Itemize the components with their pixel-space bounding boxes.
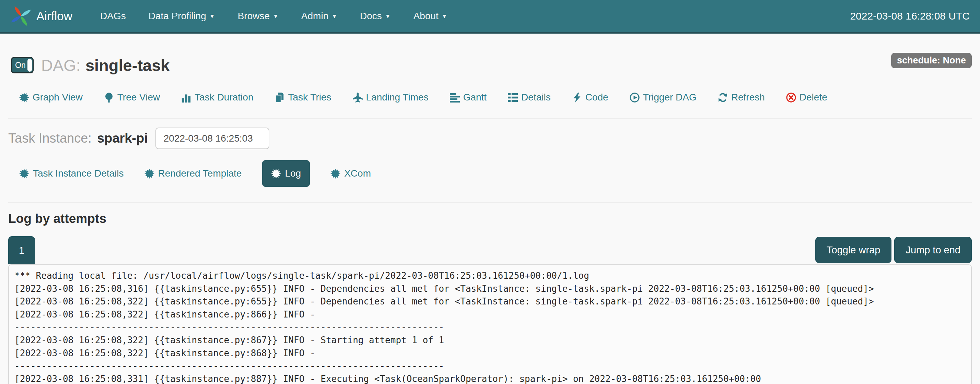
dag-title-prefix: DAG: <box>41 56 81 75</box>
task-instance-row: Task Instance: spark-pi <box>8 127 972 149</box>
tab-label: Task Instance Details <box>33 168 124 179</box>
log-line: [2022-03-08 16:25:08,316] {{taskinstance… <box>14 282 971 295</box>
nav-item-admin[interactable]: Admin ▼ <box>290 11 348 22</box>
dag-view-label: Task Duration <box>194 92 253 103</box>
dag-view-refresh[interactable]: Refresh <box>718 92 765 103</box>
top-navbar: Airflow DAGs Data Profiling ▼ Browse ▼ A… <box>0 0 980 33</box>
sunburst-icon <box>331 169 340 179</box>
dag-view-delete[interactable]: Delete <box>786 92 827 103</box>
nav-item-about[interactable]: About ▼ <box>402 11 459 22</box>
sunburst-icon <box>19 169 29 179</box>
nav-item-browse[interactable]: Browse ▼ <box>226 11 290 22</box>
caret-down-icon: ▼ <box>442 13 447 20</box>
dag-view-graph-view[interactable]: Graph View <box>19 92 83 103</box>
caret-down-icon: ▼ <box>331 13 337 20</box>
log-line: [2022-03-08 16:25:08,322] {{taskinstance… <box>14 334 971 347</box>
bolt-icon <box>572 92 582 103</box>
log-line: [2022-03-08 16:25:08,331] {{taskinstance… <box>14 373 971 384</box>
tab-label: Log <box>285 168 301 179</box>
sunburst-icon <box>271 169 281 179</box>
dag-view-code[interactable]: Code <box>572 92 608 103</box>
dag-view-label: Details <box>521 92 551 103</box>
tab-label: Rendered Template <box>158 168 242 179</box>
tab-rendered-template[interactable]: Rendered Template <box>145 168 242 179</box>
tab-xcom[interactable]: XCom <box>331 168 371 179</box>
task-instance-tabs: Task Instance Details Rendered Template … <box>19 160 972 187</box>
caret-down-icon: ▼ <box>273 13 278 20</box>
toggle-on-label: On <box>12 61 26 70</box>
sunburst-icon <box>19 92 29 103</box>
attempt-1-tab[interactable]: 1 <box>8 236 35 264</box>
remove-circle-icon <box>786 92 796 103</box>
log-line: ----------------------------------------… <box>14 321 971 334</box>
dag-view-label: Delete <box>800 92 827 103</box>
tab-log[interactable]: Log <box>262 160 310 187</box>
nav-item-label: DAGs <box>100 11 126 22</box>
nav-item-label: Data Profiling <box>149 11 206 22</box>
log-line: [2022-03-08 16:25:08,322] {{taskinstance… <box>14 295 971 308</box>
page-title: DAG: single-task <box>41 56 170 75</box>
dag-view-details[interactable]: Details <box>508 92 551 103</box>
list-icon <box>508 92 518 103</box>
log-by-attempts-heading: Log by attempts <box>8 211 972 226</box>
task-instance-label: Task Instance: <box>8 131 92 146</box>
toggle-knob <box>27 59 32 71</box>
log-line: ----------------------------------------… <box>14 360 971 373</box>
align-left-icon <box>450 92 460 103</box>
nav-item-docs[interactable]: Docs ▼ <box>348 11 402 22</box>
utc-clock: 2022-03-08 16:28:08 UTC <box>850 10 970 22</box>
jump-to-end-button[interactable]: Jump to end <box>894 237 972 263</box>
dag-view-gantt[interactable]: Gantt <box>450 92 487 103</box>
dag-view-label: Gantt <box>463 92 487 103</box>
airflow-logo-icon <box>10 5 32 27</box>
dag-view-label: Code <box>585 92 608 103</box>
caret-down-icon: ▼ <box>385 13 391 20</box>
caret-down-icon: ▼ <box>209 13 215 20</box>
log-line: [2022-03-08 16:25:08,322] {{taskinstance… <box>14 347 971 360</box>
plane-icon <box>353 92 363 103</box>
dag-header: On DAG: single-task schedule: None <box>11 54 972 76</box>
divider <box>8 118 972 119</box>
nav-item-data-profiling[interactable]: Data Profiling ▼ <box>137 11 226 22</box>
nav-item-label: Admin <box>301 11 328 22</box>
sunburst-icon <box>145 169 154 179</box>
dag-view-trigger-dag[interactable]: Trigger DAG <box>630 92 697 103</box>
play-circle-icon <box>630 92 640 103</box>
dag-name: single-task <box>86 56 170 75</box>
copy-icon <box>275 92 285 103</box>
log-line: *** Reading local file: /usr/local/airfl… <box>14 270 971 282</box>
dag-view-label: Graph View <box>33 92 83 103</box>
dag-view-label: Trigger DAG <box>643 92 697 103</box>
log-line: [2022-03-08 16:25:08,322] {{taskinstance… <box>14 308 971 321</box>
nav-item-label: Docs <box>360 11 382 22</box>
airflow-brand[interactable]: Airflow <box>10 5 72 27</box>
dag-view-label: Refresh <box>731 92 765 103</box>
dag-pause-toggle[interactable]: On <box>11 57 33 73</box>
execution-date-input[interactable] <box>156 127 269 149</box>
bar-chart-icon <box>181 92 191 103</box>
nav-item-label: Browse <box>238 11 270 22</box>
log-buttons: Toggle wrap Jump to end <box>815 237 972 264</box>
brand-name: Airflow <box>37 9 72 23</box>
dag-view-task-duration[interactable]: Task Duration <box>181 92 253 103</box>
dag-view-tree-view[interactable]: Tree View <box>104 92 160 103</box>
divider <box>8 202 972 203</box>
nav-menu: DAGs Data Profiling ▼ Browse ▼ Admin ▼ D… <box>89 11 459 22</box>
dag-view-label: Tree View <box>117 92 160 103</box>
dag-view-task-tries[interactable]: Task Tries <box>275 92 331 103</box>
dag-view-label: Landing Times <box>366 92 429 103</box>
nav-item-label: About <box>414 11 439 22</box>
tab-label: XCom <box>344 168 371 179</box>
task-instance-name: spark-pi <box>97 131 148 146</box>
dag-view-label: Task Tries <box>288 92 331 103</box>
nav-item-dags[interactable]: DAGs <box>89 11 137 22</box>
toggle-wrap-button[interactable]: Toggle wrap <box>815 237 891 263</box>
refresh-icon <box>718 92 728 103</box>
dag-view-nav: Graph View Tree View Task Duration Task … <box>19 92 972 103</box>
tab-task-instance-details[interactable]: Task Instance Details <box>19 168 124 179</box>
log-attempts-row: 1 Toggle wrap Jump to end <box>8 236 972 264</box>
dag-view-landing-times[interactable]: Landing Times <box>353 92 429 103</box>
log-output-panel: *** Reading local file: /usr/local/airfl… <box>8 264 972 384</box>
schedule-badge: schedule: None <box>891 53 972 68</box>
tree-icon <box>104 92 114 103</box>
